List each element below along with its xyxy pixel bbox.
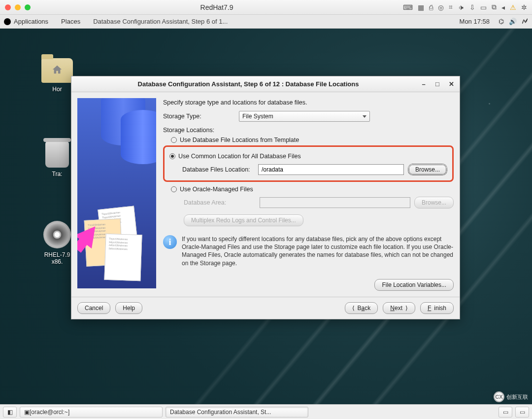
mic-icon[interactable]: ⇩ — [469, 3, 475, 11]
dialog-titlebar[interactable]: Database Configuration Assistant, Step 6… — [71, 76, 460, 92]
disc-glyph-icon — [43, 221, 71, 248]
help-button[interactable]: Help — [115, 302, 142, 314]
usb-icon[interactable]: ⎙ — [429, 3, 433, 11]
wizard-side-image: Tbps428Ademan Tbps428Ademan Tbps428Adema… — [77, 98, 156, 288]
folder-icon — [41, 58, 73, 83]
terminal-icon: ▣ — [24, 409, 30, 416]
db-files-location-label: Database Files Location: — [182, 166, 254, 173]
chevron-down-icon — [363, 115, 366, 118]
gnome-tray: ⌬ 🔊 🗲 — [499, 18, 528, 25]
warning-icon[interactable]: ⚠ — [510, 3, 516, 11]
disc-icon[interactable]: ◎ — [438, 3, 444, 11]
finish-button[interactable]: Finish — [420, 302, 454, 314]
network-card-icon[interactable]: ⌗ — [449, 3, 453, 11]
browse-disabled-button: Browse... — [414, 197, 454, 209]
radio-icon — [171, 186, 177, 192]
minimize-button[interactable]: – — [420, 81, 427, 88]
maximize-button[interactable]: □ — [434, 81, 441, 88]
chevron-right-icon: ⟩ — [405, 305, 408, 312]
mac-titlebar: RedHat7.9 ⌨ ▦ ⎙ ◎ ⌗ 🕩 ⇩ ▭ ⧉ ◂ ⚠ ✲ — [0, 0, 532, 15]
radio-omf-label: Use Oracle-Managed Files — [180, 186, 253, 193]
radio-template[interactable]: Use Database File Locations from Templat… — [171, 137, 454, 143]
trash-glyph-icon — [45, 141, 69, 168]
displays-icon[interactable]: ⧉ — [492, 3, 497, 11]
file-location-variables-button[interactable]: File Location Variables... — [374, 279, 454, 291]
redhat-logo-icon[interactable] — [4, 18, 11, 25]
info-text: If you want to specify different locatio… — [182, 235, 454, 267]
traffic-lights — [5, 4, 31, 10]
radio-common[interactable]: Use Common Location for All Database Fil… — [169, 153, 447, 160]
cancel-button[interactable]: Cancel — [77, 302, 110, 314]
keyboard-icon[interactable]: ⌨ — [403, 3, 413, 11]
db-area-input — [260, 197, 410, 208]
dialog-content: Specify storage type and locations for d… — [163, 98, 454, 291]
db-files-location-input[interactable] — [258, 164, 404, 175]
taskbar-dbca[interactable]: Database Configuration Assistant, St... — [166, 407, 308, 418]
instruction-text: Specify storage type and locations for d… — [163, 99, 454, 106]
dbca-dialog: Database Configuration Assistant, Step 6… — [71, 76, 460, 319]
volume-icon[interactable]: 🔊 — [509, 18, 517, 25]
panel-tray-1[interactable]: ▭ — [499, 407, 512, 418]
active-window-title[interactable]: Database Configuration Assistant, Step 6… — [93, 18, 228, 25]
close-button[interactable]: ✕ — [448, 81, 455, 88]
chevron-left-icon: ⟨ — [352, 305, 355, 312]
zoom-mac-icon[interactable] — [25, 4, 31, 10]
radio-common-label: Use Common Location for All Database Fil… — [178, 153, 301, 160]
places-menu[interactable]: Places — [61, 18, 80, 25]
info-icon: i — [163, 235, 177, 249]
storage-locations-label: Storage Locations: — [163, 127, 454, 134]
panel-tray-2[interactable]: ▭ — [515, 407, 529, 418]
clock[interactable]: Mon 17:58 — [460, 18, 490, 25]
applications-menu[interactable]: Applications — [14, 18, 48, 25]
radio-icon — [171, 137, 177, 143]
mac-window-title: RedHat7.9 — [31, 3, 403, 11]
db-area-label: Database Area: — [184, 199, 256, 206]
back-button[interactable]: ⟨Back — [345, 302, 378, 314]
browse-button[interactable]: Browse... — [408, 164, 447, 175]
battery-icon[interactable]: 🗲 — [522, 18, 528, 25]
chevron-left-icon[interactable]: ◂ — [501, 3, 505, 11]
taskbar-terminal[interactable]: ▣ [oracle@orcl:~] — [20, 407, 163, 418]
close-mac-icon[interactable] — [5, 4, 11, 10]
storage-type-label: Storage Type: — [163, 113, 234, 120]
tablet-icon[interactable]: ▭ — [480, 3, 487, 11]
watermark: CX 创新互联 — [492, 390, 530, 403]
mac-menu-icons: ⌨ ▦ ⎙ ◎ ⌗ 🕩 ⇩ ▭ ⧉ ◂ ⚠ ✲ — [403, 3, 527, 11]
dialog-footer: Cancel Help ⟨Back Next⟩ Finish — [71, 297, 460, 319]
storage-type-value: File System — [242, 113, 273, 120]
dialog-title: Database Configuration Assistant, Step 6… — [76, 80, 420, 88]
network-icon[interactable]: ⌬ — [499, 18, 504, 25]
watermark-logo-icon: CX — [494, 391, 504, 402]
gear-icon[interactable]: ✲ — [521, 3, 527, 11]
next-button[interactable]: Next⟩ — [383, 302, 415, 314]
radio-omf[interactable]: Use Oracle-Managed Files — [171, 186, 454, 193]
highlight-annotation: Use Common Location for All Database Fil… — [163, 145, 454, 182]
multiplex-button: Multiplex Redo Logs and Control Files... — [184, 214, 303, 226]
radio-template-label: Use Database File Locations from Templat… — [180, 137, 299, 143]
bottom-panel: ◧ ▣ [oracle@orcl:~] Database Configurati… — [0, 404, 532, 419]
cpu-icon[interactable]: ▦ — [418, 3, 424, 11]
minimize-mac-icon[interactable] — [15, 4, 21, 10]
radio-icon — [169, 153, 175, 159]
gnome-top-bar: Applications Places Database Configurati… — [0, 15, 532, 29]
sound-icon[interactable]: 🕩 — [458, 3, 465, 11]
workspace-switcher[interactable]: ◧ — [3, 407, 17, 418]
storage-type-select[interactable]: File System — [239, 111, 370, 122]
desktop: Hor Tra: RHEL-7.9 x86. Database Configur… — [0, 29, 532, 404]
